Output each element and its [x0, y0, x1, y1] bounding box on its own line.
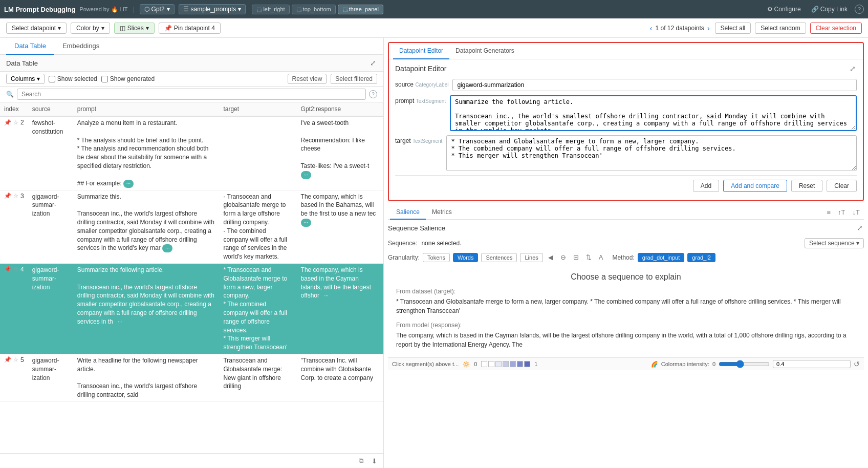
- select-sequence-button[interactable]: Select sequence ▾: [805, 238, 864, 248]
- copy-table-button[interactable]: ⧉: [357, 456, 365, 466]
- help-icon[interactable]: ?: [855, 5, 864, 14]
- star-icon[interactable]: ☆: [13, 119, 18, 126]
- gran-sentences-button[interactable]: Sentences: [481, 253, 517, 262]
- reset-view-button[interactable]: Reset view: [288, 74, 327, 84]
- colormap-label: Colormap intensity:: [661, 361, 709, 367]
- ellipsis-chip[interactable]: ···: [123, 180, 134, 188]
- gran-grid-button[interactable]: ⊞: [571, 252, 581, 262]
- table-row[interactable]: 📌 ☆ 2 fewshot-constitution Analyze a men…: [0, 116, 383, 190]
- table-row[interactable]: 📌 ☆ 3 gigaword-summar­ization Summarize …: [0, 190, 383, 263]
- salience-expand-button[interactable]: ⤢: [856, 223, 864, 233]
- scale-box-5: [517, 361, 523, 367]
- field-row-source: source CategoryLabel: [395, 79, 857, 91]
- add-button[interactable]: Add: [693, 180, 719, 192]
- table-row[interactable]: 📌 ☆ 4 gigaword-summar­ization Summarize …: [0, 263, 383, 354]
- pin-datapoint-button[interactable]: 📌 Pin datapoint 4: [159, 23, 221, 34]
- chevron-down-icon-3: ▾: [146, 25, 149, 32]
- add-compare-button[interactable]: Add and compare: [723, 180, 787, 192]
- select-datapoint-button[interactable]: Select datapoint ▾: [6, 23, 67, 34]
- layout-top-bottom[interactable]: ⬚ top_bottom: [292, 5, 336, 14]
- reset-button[interactable]: Reset: [791, 180, 822, 192]
- cell-prompt: Write a headline for the following newsp…: [73, 354, 220, 401]
- tab-datapoint-editor[interactable]: Datapoint Editor: [393, 43, 449, 59]
- gran-lines-button[interactable]: Lines: [520, 253, 542, 262]
- star-icon-5[interactable]: ☆: [13, 356, 18, 363]
- select-all-button[interactable]: Select all: [715, 23, 751, 34]
- slices-button[interactable]: ◫ Slices ▾: [114, 23, 155, 34]
- cell-target: * Transocean and Globalsantafe merge to …: [219, 263, 296, 354]
- choose-sequence-area: Choose a sequence to explain From datase…: [388, 264, 864, 357]
- gran-settings-button[interactable]: ⊖: [558, 252, 568, 262]
- chevron-down-icon-2: ▾: [101, 25, 104, 32]
- method-label: Method:: [612, 254, 634, 261]
- prompt-textarea[interactable]: Summarize the following article. Transoc…: [450, 95, 857, 131]
- refresh-icon[interactable]: ↺: [854, 360, 860, 368]
- tab-data-table[interactable]: Data Table: [6, 38, 54, 55]
- prompt-field-label: prompt TextSegment: [395, 95, 446, 104]
- salience-sort-button[interactable]: ↑T: [836, 207, 847, 217]
- show-generated-label[interactable]: Show generated: [101, 75, 155, 82]
- tab-embeddings[interactable]: Embeddings: [54, 38, 107, 55]
- nav-next-button[interactable]: ›: [706, 24, 711, 32]
- method-grad-l2-button[interactable]: grad_l2: [687, 253, 715, 262]
- salience-sort2-button[interactable]: ↓T: [851, 207, 862, 217]
- gran-tokens-button[interactable]: Tokens: [423, 253, 450, 262]
- nav-prev-button[interactable]: ‹: [649, 24, 654, 32]
- tab-metrics[interactable]: Metrics: [426, 205, 458, 220]
- search-help-icon[interactable]: ?: [369, 90, 377, 98]
- ellipsis-chip-3[interactable]: ···: [162, 244, 172, 252]
- gran-words-button[interactable]: Words: [453, 253, 479, 262]
- clear-selection-button[interactable]: Clear selection: [810, 23, 862, 34]
- chevron-icon: ▾: [37, 75, 40, 82]
- target-textarea[interactable]: * Transocean and Globalsantafe merge to …: [446, 135, 857, 171]
- scale-box-3: [503, 361, 509, 367]
- colormap-slider[interactable]: [719, 360, 770, 368]
- show-selected-checkbox[interactable]: [49, 76, 55, 82]
- pin-icon-5[interactable]: 📌: [4, 356, 11, 363]
- col-source: source: [28, 102, 73, 116]
- ellipsis-chip-4[interactable]: ···: [301, 219, 311, 227]
- configure-button[interactable]: ⚙ Configure: [764, 5, 804, 14]
- select-random-button[interactable]: Select random: [755, 23, 806, 34]
- status-text: Click segment(s) above t...: [392, 361, 459, 367]
- slices-label: Slices: [127, 25, 144, 32]
- ellipsis-chip-5[interactable]: ···: [115, 318, 125, 326]
- dataset-selector[interactable]: ☰ sample_prompts ▾: [179, 4, 246, 14]
- dp-editor-expand-button[interactable]: ⤢: [849, 63, 857, 74]
- color-by-button[interactable]: Color by ▾: [71, 23, 110, 34]
- pin-icon-3[interactable]: 📌: [4, 193, 11, 199]
- download-table-button[interactable]: ⬇: [370, 456, 379, 466]
- search-input[interactable]: [17, 89, 366, 100]
- star-icon-4[interactable]: ☆: [13, 266, 18, 272]
- layout-left-right[interactable]: ⬚ left_right: [252, 5, 289, 14]
- columns-button[interactable]: Columns ▾: [6, 74, 45, 84]
- model-response-text[interactable]: The company, which is based in the Cayma…: [396, 331, 856, 349]
- cell-response: The company, which is based in the Cayma…: [297, 263, 383, 354]
- layout-three-panel[interactable]: ⬚ three_panel: [338, 5, 383, 14]
- star-icon-3[interactable]: ☆: [13, 193, 18, 199]
- model-selector[interactable]: ⬡ Gpt2 ▾: [140, 4, 175, 14]
- salience-menu-button[interactable]: ≡: [825, 207, 833, 217]
- pin-icon-4[interactable]: 📌: [4, 266, 11, 272]
- method-grad-dot-button[interactable]: grad_dot_input: [638, 253, 684, 262]
- show-selected-label[interactable]: Show selected: [49, 75, 97, 82]
- ellipsis-chip-6[interactable]: ···: [321, 292, 331, 300]
- colormap-value-input[interactable]: [773, 360, 851, 368]
- model-response-label: From model (response):: [396, 322, 856, 329]
- expand-button[interactable]: ⤢: [369, 58, 377, 68]
- gran-font-button[interactable]: A: [597, 252, 605, 262]
- pin-icon[interactable]: 📌: [4, 119, 11, 126]
- clear-button[interactable]: Clear: [827, 180, 857, 192]
- copy-link-button[interactable]: 🔗 Copy Link: [808, 5, 851, 14]
- show-generated-checkbox[interactable]: [101, 76, 108, 82]
- tab-datapoint-generators[interactable]: Datapoint Generators: [449, 43, 520, 59]
- dataset-target-text[interactable]: * Transocean and Globalsantafe merge to …: [396, 297, 856, 315]
- main-layout: Data Table Embeddings Data Table ⤢ Colum…: [0, 38, 868, 468]
- table-row[interactable]: 📌 ☆ 5 gigaword-summar­ization Write a he…: [0, 354, 383, 401]
- tab-salience[interactable]: Salience: [390, 205, 426, 220]
- select-filtered-button[interactable]: Select filtered: [331, 74, 377, 84]
- source-input[interactable]: [452, 79, 857, 91]
- gran-split-button[interactable]: ⇅: [584, 252, 594, 262]
- gran-prev-button[interactable]: ◀: [546, 252, 555, 262]
- ellipsis-chip-2[interactable]: ···: [301, 171, 311, 179]
